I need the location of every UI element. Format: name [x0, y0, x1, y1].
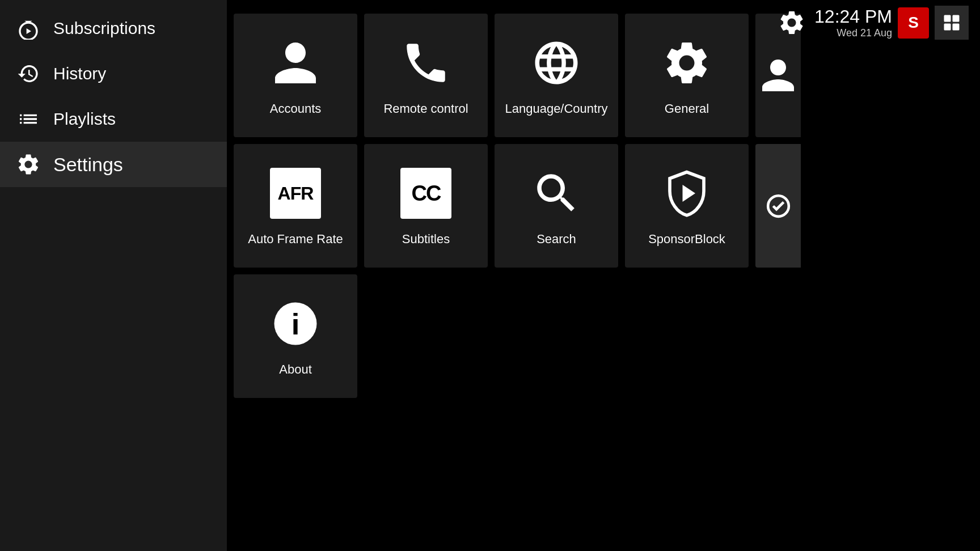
language-country-label: Language/Country: [505, 101, 607, 116]
general-label: General: [665, 101, 709, 116]
current-time: 12:24 PM: [814, 6, 892, 27]
cc-text: CC: [412, 181, 441, 206]
sidebar-item-subscriptions[interactable]: Subscriptions: [0, 6, 227, 51]
afr-icon: AFR: [267, 165, 324, 222]
sidebar-item-settings[interactable]: Settings: [0, 142, 227, 187]
sidebar-item-playlists[interactable]: Playlists: [0, 96, 227, 142]
settings-tile-general[interactable]: General: [625, 14, 749, 137]
sponsorblock-icon: [658, 165, 715, 222]
accounts-icon: [267, 35, 324, 91]
subscriptions-icon: [16, 16, 41, 41]
remote-control-label: Remote control: [383, 101, 468, 116]
playlists-icon: [16, 107, 41, 132]
svg-rect-0: [944, 15, 951, 22]
language-icon: [528, 35, 585, 91]
avatar[interactable]: S: [898, 7, 929, 39]
search-label: Search: [537, 232, 576, 247]
sidebar-item-history-label: History: [53, 64, 106, 83]
settings-tile-sponsorblock[interactable]: SponsorBlock: [625, 144, 749, 268]
sidebar-item-history[interactable]: History: [0, 51, 227, 96]
subtitles-label: Subtitles: [402, 232, 450, 247]
search-icon: [528, 165, 585, 222]
history-icon: [16, 61, 41, 86]
sponsorblock-label: SponsorBlock: [648, 232, 725, 247]
auto-frame-rate-label: Auto Frame Rate: [248, 232, 343, 247]
remote-control-icon: [398, 35, 454, 91]
settings-tile-about[interactable]: i About: [234, 274, 357, 398]
accounts-label: Accounts: [270, 101, 322, 116]
settings-tile-search[interactable]: Search: [495, 144, 618, 268]
time-display: 12:24 PM Wed 21 Aug: [814, 6, 892, 39]
svg-rect-2: [944, 24, 951, 31]
svg-rect-1: [953, 15, 960, 22]
settings-row-2: AFR Auto Frame Rate CC Subtitles: [234, 144, 973, 268]
afr-text: AFR: [278, 183, 314, 204]
about-label: About: [279, 362, 312, 377]
svg-marker-4: [683, 185, 696, 202]
sidebar-item-settings-label: Settings: [53, 154, 123, 176]
settings-tile-remote-control[interactable]: Remote control: [364, 14, 488, 137]
settings-row-3: i About: [234, 274, 973, 398]
main-content: 12:24 PM Wed 21 Aug S Accounts: [227, 0, 980, 551]
settings-tile-auto-frame-rate[interactable]: AFR Auto Frame Rate: [234, 144, 357, 268]
status-bar: 12:24 PM Wed 21 Aug S: [763, 0, 980, 45]
overflow-icon[interactable]: [935, 6, 969, 40]
svg-rect-3: [953, 24, 960, 31]
sidebar: Subscriptions History Playlists Settings: [0, 0, 227, 551]
settings-tile-subtitles[interactable]: CC Subtitles: [364, 144, 488, 268]
subtitles-icon: CC: [398, 165, 454, 222]
settings-tile-language-country[interactable]: Language/Country: [495, 14, 618, 137]
settings-icon: [16, 152, 41, 177]
about-icon: i: [267, 295, 324, 352]
svg-text:i: i: [292, 307, 300, 341]
settings-tile-dearrow-partial[interactable]: [755, 144, 801, 268]
gear-status-icon: [775, 6, 809, 40]
sidebar-item-subscriptions-label: Subscriptions: [53, 19, 155, 38]
settings-tile-accounts[interactable]: Accounts: [234, 14, 357, 137]
sidebar-item-playlists-label: Playlists: [53, 109, 116, 129]
current-date: Wed 21 Aug: [814, 27, 892, 39]
settings-grid: Accounts Remote control Language/Country: [227, 7, 980, 405]
general-icon: [658, 35, 715, 91]
